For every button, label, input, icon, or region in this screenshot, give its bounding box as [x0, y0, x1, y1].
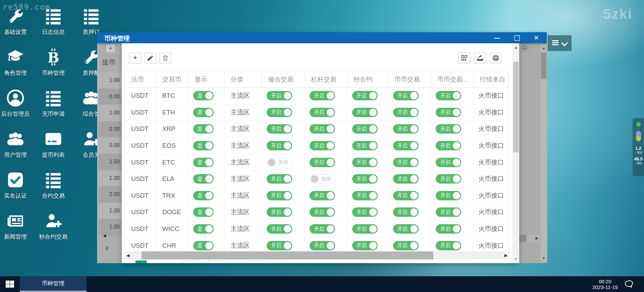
- desktop-icon[interactable]: 后台管理员: [0, 89, 35, 118]
- matched-trade-toggle[interactable]: 开启: [267, 91, 292, 100]
- spot-trade-toggle[interactable]: 开启: [393, 241, 419, 250]
- chat-button[interactable]: [623, 280, 635, 289]
- spot-trade-toggle[interactable]: 开启: [393, 174, 419, 184]
- second-contract-toggle[interactable]: 开启: [352, 124, 378, 134]
- desktop-icon[interactable]: 用户管理: [0, 130, 35, 159]
- desktop-icon[interactable]: B币种管理: [34, 48, 73, 77]
- export-button[interactable]: [474, 53, 486, 63]
- desktop-icon[interactable]: 基础设置: [0, 7, 35, 36]
- pagination-fragment[interactable]: [182, 260, 196, 263]
- matched-trade-toggle[interactable]: 开启: [267, 108, 292, 117]
- spot-trade2-toggle[interactable]: 开启: [436, 141, 461, 150]
- horizontal-scrollbar[interactable]: ◀ ▶: [125, 251, 509, 259]
- matched-trade-toggle[interactable]: 开启: [267, 191, 292, 200]
- edit-button[interactable]: [144, 53, 156, 63]
- hamburger-icon[interactable]: [552, 40, 558, 46]
- maximize-button[interactable]: [509, 32, 524, 43]
- vertical-scrollbar[interactable]: ▲ ▼: [513, 43, 519, 263]
- leverage-trade-toggle[interactable]: 开启: [310, 91, 335, 100]
- matched-trade-toggle[interactable]: 开启: [267, 207, 292, 217]
- spot-trade-toggle[interactable]: 开启: [393, 207, 419, 217]
- spot-trade-toggle[interactable]: 开启: [393, 158, 419, 167]
- desktop-icon[interactable]: 实名认证: [0, 171, 35, 200]
- show-toggle[interactable]: 是: [193, 191, 214, 200]
- spot-trade2-toggle[interactable]: 开启: [436, 207, 461, 217]
- print-button[interactable]: [490, 53, 502, 63]
- leverage-trade-toggle[interactable]: 开启: [310, 108, 335, 117]
- pagination-fragment[interactable]: [208, 260, 223, 263]
- desktop-icon[interactable]: 秒合约交易: [34, 212, 73, 241]
- show-toggle[interactable]: 是: [193, 124, 214, 134]
- close-button[interactable]: ✕: [530, 32, 544, 43]
- spot-trade2-toggle[interactable]: 开启: [436, 224, 461, 234]
- second-contract-toggle[interactable]: 开启: [352, 207, 378, 217]
- show-toggle[interactable]: 是: [193, 224, 214, 234]
- show-toggle[interactable]: 是: [193, 158, 214, 167]
- matched-trade-toggle[interactable]: 开启: [267, 241, 292, 250]
- matched-trade-toggle[interactable]: 开启: [267, 224, 292, 234]
- right-arrow-icon[interactable]: ▶: [504, 253, 507, 258]
- desktop-icon[interactable]: 日志信息: [34, 7, 73, 36]
- second-contract-toggle[interactable]: 开启: [352, 224, 378, 234]
- spot-trade2-toggle[interactable]: 开启: [436, 191, 461, 200]
- pagination-active-fragment[interactable]: [136, 260, 147, 263]
- leverage-trade-toggle[interactable]: 开启: [310, 124, 335, 134]
- scrollbar-thumb[interactable]: [142, 251, 433, 259]
- chevron-down-icon[interactable]: [561, 40, 568, 46]
- spot-trade-toggle[interactable]: 开启: [393, 108, 419, 117]
- spot-trade2-toggle[interactable]: 开启: [436, 91, 461, 100]
- second-contract-toggle[interactable]: 开启: [352, 158, 378, 167]
- second-contract-toggle[interactable]: 开启: [352, 191, 378, 200]
- spot-trade2-toggle[interactable]: 开启: [436, 124, 461, 134]
- show-toggle[interactable]: 是: [193, 207, 214, 217]
- matched-trade-toggle[interactable]: 开启: [267, 124, 292, 134]
- add-button[interactable]: +: [129, 53, 141, 63]
- taskbar-clock[interactable]: 00:20 2023-11-15: [589, 279, 621, 290]
- leverage-trade-toggle[interactable]: 关闭: [310, 174, 336, 184]
- spot-trade2-toggle[interactable]: 开启: [436, 108, 461, 117]
- delete-button[interactable]: [159, 53, 171, 63]
- leverage-trade-toggle[interactable]: 开启: [310, 141, 335, 150]
- leverage-trade-toggle[interactable]: 开启: [310, 158, 335, 167]
- spot-trade2-toggle[interactable]: 开启: [436, 158, 461, 167]
- show-toggle[interactable]: 是: [193, 241, 214, 250]
- second-contract-toggle[interactable]: 开启: [352, 174, 378, 184]
- leverage-trade-toggle[interactable]: 开启: [310, 241, 335, 250]
- show-toggle[interactable]: 是: [193, 141, 214, 150]
- desktop-icon[interactable]: 提币列表: [34, 130, 73, 159]
- scrollbar-thumb[interactable]: [513, 62, 519, 152]
- show-toggle[interactable]: 是: [193, 174, 214, 184]
- taskbar-active-task[interactable]: 币种管理: [20, 276, 87, 292]
- matched-trade-toggle[interactable]: 开启: [267, 141, 292, 150]
- second-contract-toggle[interactable]: 开启: [352, 91, 378, 100]
- spot-trade2-toggle[interactable]: 开启: [436, 241, 461, 250]
- leverage-trade-toggle[interactable]: 开启: [310, 191, 335, 200]
- second-contract-toggle[interactable]: 开启: [352, 108, 378, 117]
- columns-button[interactable]: [458, 53, 470, 63]
- spot-trade-toggle[interactable]: 开启: [393, 191, 419, 200]
- desktop-icon[interactable]: 充币申请: [34, 89, 73, 118]
- pagination-fragment[interactable]: [247, 260, 268, 263]
- spot-trade2-toggle[interactable]: 开启: [436, 174, 461, 184]
- minimize-button[interactable]: [490, 32, 504, 43]
- spot-trade-toggle[interactable]: 开启: [393, 124, 419, 134]
- leverage-trade-toggle[interactable]: 开启: [310, 207, 335, 217]
- down-arrow-icon[interactable]: ▼: [513, 257, 519, 261]
- desktop-icon[interactable]: 合约交易: [34, 171, 73, 200]
- show-toggle[interactable]: 是: [193, 91, 214, 100]
- spot-trade-toggle[interactable]: 开启: [393, 91, 419, 100]
- second-contract-toggle[interactable]: 开启: [352, 141, 378, 150]
- start-button[interactable]: [0, 276, 19, 292]
- matched-trade-toggle[interactable]: 关闭: [267, 158, 293, 167]
- left-arrow-icon[interactable]: ◀: [126, 253, 129, 258]
- desktop-icon[interactable]: 新闻管理: [0, 212, 35, 241]
- second-contract-toggle[interactable]: 开启: [352, 241, 378, 250]
- desktop-icon[interactable]: 质押订: [72, 7, 111, 36]
- desktop-icon[interactable]: 角色管理: [0, 48, 35, 77]
- matched-trade-toggle[interactable]: 开启: [267, 174, 292, 184]
- leverage-trade-toggle[interactable]: 开启: [310, 224, 335, 234]
- spot-trade-toggle[interactable]: 开启: [393, 141, 419, 150]
- up-arrow-icon[interactable]: ▲: [513, 45, 519, 49]
- show-toggle[interactable]: 是: [193, 108, 214, 117]
- window-titlebar[interactable]: 币种管理 ✕: [97, 32, 547, 43]
